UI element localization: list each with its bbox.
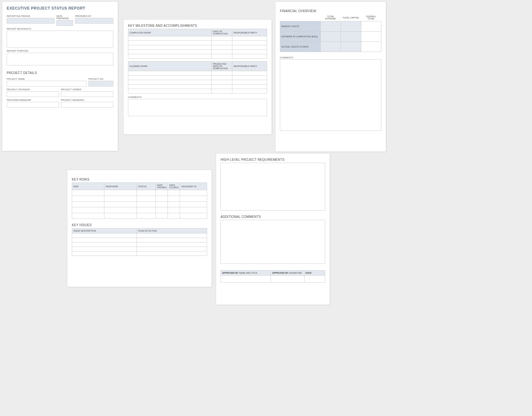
card-project-header: EXECUTIVE PROJECT STATUS REPORT REPORTIN… — [2, 1, 118, 3]
card-financial: FINANCIAL OVERVIEW TOTAL EXPENSE TOTAL C… — [275, 1, 386, 3]
